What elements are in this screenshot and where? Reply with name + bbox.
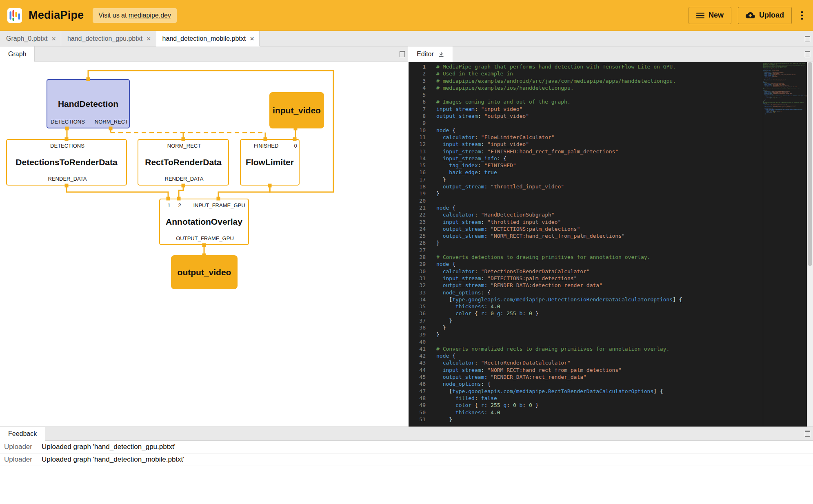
code-text: } (434, 331, 440, 338)
node-title: RectToRenderData (145, 157, 221, 167)
code-line-14: 14 input_stream_info: { (409, 155, 813, 162)
code-text: node { (434, 127, 455, 134)
node-title: HandDetection (58, 99, 118, 109)
tab-feedback[interactable]: Feedback (0, 427, 45, 440)
code-text: node { (434, 204, 455, 211)
code-line-31: 31 input_stream: "DETECTIONS:palm_detect… (409, 275, 813, 282)
new-button[interactable]: New (689, 7, 731, 24)
code-line-25: 25 output_stream: "NORM_RECT:hand_rect_f… (409, 232, 813, 239)
code-line-44: 44 input_stream: "NORM_RECT:hand_rect_fr… (409, 367, 813, 374)
feedback-source: Uploader (0, 443, 36, 451)
code-text: } (434, 239, 440, 246)
code-text: } (434, 324, 446, 331)
code-line-18: 18 output_stream: "throttled_input_video… (409, 183, 813, 190)
line-number: 39 (409, 331, 434, 338)
code-line-35: 35 thickness: 4.0 (409, 303, 813, 310)
expand-icon[interactable] (805, 431, 810, 437)
graph-node-handdetection[interactable]: HandDetectionDETECTIONSNORM_RECT (47, 79, 130, 128)
line-number: 46 (409, 380, 434, 387)
close-tab-icon[interactable]: × (147, 35, 151, 42)
feedback-panel-strip: Feedback (0, 427, 813, 441)
line-number: 36 (409, 310, 434, 317)
graph-node-recttorenderdata[interactable]: RectToRenderDataNORM_RECTRENDER_DATA (138, 139, 229, 186)
line-number: 13 (409, 148, 434, 155)
line-number: 21 (409, 204, 434, 211)
code-editor[interactable]: 1# MediaPipe graph that performs hand de… (409, 62, 813, 427)
tab-editor[interactable]: Editor (409, 46, 453, 62)
line-number: 5 (409, 91, 434, 98)
file-tab-hand_detection_mobile.pbtxt[interactable]: hand_detection_mobile.pbtxt× (156, 31, 260, 46)
code-text: # mediapipie/examples/ios/handdetectiong… (434, 84, 574, 91)
expand-icon[interactable] (400, 51, 405, 57)
line-number: 50 (409, 409, 434, 416)
close-tab-icon[interactable]: × (51, 35, 56, 42)
line-number: 47 (409, 388, 434, 395)
line-number: 33 (409, 289, 434, 296)
feedback-panel: Feedback UploaderUploaded graph 'hand_de… (0, 427, 813, 504)
code-text (434, 91, 436, 98)
code-text: } (434, 416, 452, 423)
code-line-2: 2# Used in the example in (409, 70, 813, 77)
line-number: 48 (409, 395, 434, 402)
code-text (434, 247, 436, 254)
code-text: input_stream: "DETECTIONS:palm_detection… (434, 275, 577, 282)
editor-minimap[interactable]: # MediaPipe graph that performs hand det… (763, 62, 807, 427)
graph-node-detectionstorenderdata[interactable]: DetectionsToRenderDataDETECTIONSRENDER_D… (6, 139, 127, 186)
code-line-13: 13 input_stream: "FINISHED:hand_rect_fro… (409, 148, 813, 155)
scrollbar-thumb[interactable] (808, 62, 812, 266)
code-text: thickness: 4.0 (434, 303, 500, 310)
code-text: input_stream: "input_video" (434, 106, 522, 113)
file-tab-Graph_0.pbtxt[interactable]: Graph_0.pbtxt× (0, 31, 61, 46)
graph-node-output_video[interactable]: output_video (171, 255, 238, 289)
code-text: output_stream: "RENDER_DATA:detection_re… (434, 282, 602, 289)
expand-icon[interactable] (805, 51, 810, 57)
code-line-22: 22 calculator: "HandDetectionSubgraph" (409, 211, 813, 218)
graph-edge (67, 186, 168, 199)
line-number: 49 (409, 402, 434, 409)
feedback-message: Uploaded graph 'hand_detection_mobile.pb… (36, 455, 184, 464)
port-label: NORM_RECT (167, 143, 201, 149)
code-line-16: 16 back_edge: true (409, 169, 813, 176)
graph-node-flowlimiter[interactable]: FlowLimiterFINISHED0 (240, 139, 300, 186)
code-text: output_stream: "DETECTIONS:palm_detectio… (434, 225, 580, 232)
upload-button[interactable]: Upload (738, 7, 792, 24)
code-text: calculator: "FlowLimiterCalculator" (434, 134, 555, 141)
graph-node-input_video[interactable]: input_video (269, 92, 324, 128)
code-text: input_stream: "input_video" (434, 141, 529, 148)
code-text (434, 197, 436, 204)
file-tab-bar: Graph_0.pbtxt×hand_detection_gpu.pbtxt×h… (0, 31, 813, 46)
line-number: 41 (409, 345, 434, 352)
line-number: 38 (409, 324, 434, 331)
file-tab-label: hand_detection_mobile.pbtxt (162, 35, 246, 42)
line-number: 7 (409, 106, 434, 113)
graph-canvas[interactable]: HandDetectionDETECTIONSNORM_RECTinput_vi… (0, 62, 408, 427)
code-line-20: 20 (409, 197, 813, 204)
port-label: 2 (178, 202, 181, 208)
visit-link[interactable]: mediapipe.dev (129, 12, 171, 19)
line-number: 43 (409, 359, 434, 366)
code-line-41: 41# Converts normalized rects to drawing… (409, 345, 813, 352)
expand-icon[interactable] (805, 36, 810, 42)
code-text (434, 119, 436, 126)
download-icon[interactable] (438, 51, 444, 57)
close-tab-icon[interactable]: × (250, 35, 254, 42)
code-line-48: 48 filled: false (409, 395, 813, 402)
code-text: output_stream: "throttled_input_video" (434, 183, 564, 190)
code-text: } (434, 176, 446, 183)
feedback-row: UploaderUploaded graph 'hand_detection_m… (0, 453, 813, 466)
code-line-10: 10node { (409, 127, 813, 134)
editor-scrollbar[interactable] (807, 62, 813, 427)
more-options-button[interactable] (798, 9, 806, 22)
tab-graph[interactable]: Graph (0, 46, 35, 62)
line-number: 17 (409, 176, 434, 183)
code-text: output_stream: "NORM_RECT:hand_rect_from… (434, 232, 625, 239)
file-tab-hand_detection_gpu.pbtxt[interactable]: hand_detection_gpu.pbtxt× (61, 31, 156, 46)
code-line-43: 43 calculator: "RectToRenderDataCalculat… (409, 359, 813, 366)
code-text: color { r: 0 g: 255 b: 0 } (434, 310, 539, 317)
code-text: filled: false (434, 395, 497, 402)
code-text: node_options: { (434, 380, 491, 387)
code-text (434, 338, 436, 345)
code-text: output_stream: "output_video" (434, 113, 529, 119)
line-number: 23 (409, 219, 434, 225)
graph-node-annotationoverlay[interactable]: AnnotationOverlay12INPUT_FRAME_GPUOUTPUT… (159, 199, 249, 245)
